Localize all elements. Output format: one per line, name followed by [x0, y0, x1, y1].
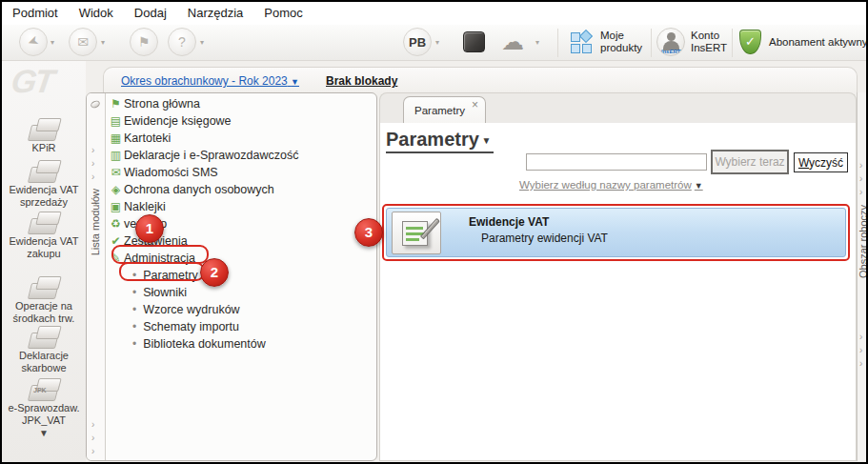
chevron-icon: › [859, 333, 862, 342]
pin-icon[interactable] [90, 99, 101, 110]
tab-parametry[interactable]: Parametry [403, 96, 486, 124]
cloud-dropdown-icon[interactable]: ▾ [535, 38, 539, 47]
deklaracje-skarbowe-icon [26, 324, 62, 349]
menu-widok[interactable]: Widok [69, 2, 124, 24]
module-operacje-srodki-trwale[interactable]: Operacje na środkach trw. [2, 274, 86, 325]
abonament-shield-icon[interactable]: ✓ [739, 30, 761, 54]
chevron-icon: › [859, 188, 862, 197]
search-input[interactable] [526, 153, 707, 171]
menu-podmiot[interactable]: Podmiot [2, 2, 69, 24]
card-index-icon: ▦ [108, 130, 124, 147]
vat-zakupu-icon [26, 210, 62, 234]
tree-item-wiadomosci-sms[interactable]: ✉Wiadomości SMS [108, 164, 218, 181]
result-title: Ewidencje VAT [469, 215, 549, 229]
obszar-roboczy-label: Obszar roboczy [858, 205, 868, 278]
wybierz-teraz-button[interactable]: Wybierz teraz [711, 150, 789, 174]
sidebar-scroll-down-icon[interactable]: ▼ [2, 428, 86, 438]
tree-item-biblioteka-dokumentow[interactable]: Biblioteka dokumentów [132, 335, 266, 353]
konto-insert-label[interactable]: Konto InsERT [691, 30, 735, 54]
tree-item-slowniki[interactable]: Słowniki [132, 284, 187, 301]
title-dropdown-icon: ▼ [479, 135, 492, 146]
pointer-arrow-icon[interactable]: ➤ [19, 28, 48, 56]
tree-item-zestawienia[interactable]: ✔Zestawienia [108, 232, 188, 250]
abonament-label: Abonament aktywny [769, 36, 868, 49]
srodki-trwale-icon [26, 274, 62, 299]
reports-icon: ✔ [108, 232, 124, 250]
module-deklaracje-skarbowe[interactable]: Deklaracje skarbowe [2, 324, 86, 374]
tree-item-naklejki[interactable]: ▣Naklejki [108, 198, 166, 215]
menu-bar: PodmiotWidokDodajNarzędziaPomoc [2, 2, 866, 25]
declarations-icon: ▥ [108, 147, 124, 164]
konto-insert-avatar[interactable]: InsERT [656, 28, 685, 56]
tab-close-icon[interactable] [472, 98, 478, 111]
chevron-icon: › [91, 420, 94, 430]
toolbar-separator [557, 29, 558, 57]
insert-avatar-caption: InsERT [657, 49, 684, 54]
page-title[interactable]: Parametry ▼ [386, 129, 494, 153]
pointer-arrow-dropdown-icon[interactable]: ▾ [50, 38, 54, 47]
module-ewidencja-vat-sprzedazy[interactable]: Ewidencja VAT sprzedaży [2, 158, 86, 209]
chevron-icon: › [859, 346, 862, 355]
help-bubble-icon[interactable]: ? [168, 28, 196, 56]
admin-pencil-icon: ✎ [108, 250, 124, 267]
envelope-dropdown-icon[interactable]: ▾ [101, 38, 105, 47]
toolbar-separator [732, 29, 733, 57]
help-dropdown-icon[interactable]: ▾ [200, 38, 204, 47]
menu-dodaj[interactable]: Dodaj [124, 2, 177, 24]
sms-icon: ✉ [108, 164, 124, 181]
gt-logo: GT [9, 63, 55, 100]
tab-strip: Parametry [379, 92, 857, 123]
chevron-icon: › [91, 172, 94, 182]
user-badge[interactable]: PB [403, 28, 432, 56]
result-subtitle: Parametry ewidencji VAT [481, 232, 608, 245]
tree-item-wzorce-wydrukow[interactable]: Wzorce wydruków [132, 301, 240, 318]
tree-item-parametry[interactable]: Parametry [132, 267, 198, 284]
labels-icon: ▣ [108, 198, 124, 215]
ewidencje-vat-note-icon [392, 212, 441, 254]
okres-obrachunkowy-link[interactable]: Okres obrachunkowy - Rok 2023 ▼ [121, 74, 299, 88]
tree-item-schematy-importu[interactable]: Schematy importu [132, 318, 239, 335]
data-shield-icon: ◈ [108, 181, 124, 198]
filter-by-name-link[interactable]: Wybierz według nazwy parametrów▼ [519, 179, 703, 191]
envelope-icon[interactable]: ✉ [69, 28, 97, 56]
lista-modulow-strip[interactable]: › › › Lista modułów › › › [87, 93, 106, 460]
moje-produkty-label[interactable]: Moje produkty [600, 30, 650, 54]
tree-item-ewidencje-ksiegowe[interactable]: ▤Ewidencje księgowe [108, 112, 232, 130]
tree-item-kartoteki[interactable]: ▦Kartoteki [108, 130, 171, 147]
result-ewidencje-vat[interactable]: Ewidencje VAT Parametry ewidencji VAT [386, 208, 846, 257]
obszar-roboczy-strip[interactable]: › › › Obszar roboczy › › › [857, 92, 868, 461]
cloud-icon[interactable]: ☁ [501, 29, 524, 55]
brak-blokady-link[interactable]: Brak blokady [326, 74, 397, 88]
module-esprawozdawczosc-jpk[interactable]: JPK e-Sprawozdaw. JPK_VAT [2, 376, 86, 427]
flag-tool-icon[interactable]: ⚑ [130, 28, 158, 56]
jpk-icon: JPK [26, 376, 62, 401]
context-bar: Okres obrachunkowy - Rok 2023 ▼ Brak blo… [103, 67, 858, 93]
module-kpir[interactable]: KPiR [2, 116, 86, 154]
toolbar: ➤ ▾ ✉ ▾ ⚑ ? ▾ PB ▾ ☁ ▾ Moje produkty Ins… [2, 25, 866, 61]
menu-narzedzia[interactable]: Narzędzia [177, 2, 254, 24]
chevron-icon: › [859, 359, 862, 369]
tree-item-deklaracje[interactable]: ▥Deklaracje i e-Sprawozdawczość [108, 147, 298, 164]
moje-produkty-icon[interactable] [571, 31, 594, 54]
tree-item-strona-glowna[interactable]: ⚑Strona główna [108, 95, 200, 112]
chevron-icon: › [859, 174, 862, 184]
module-sidebar: GT KPiR Ewidencja VAT sprzedaży Ewidencj… [2, 61, 86, 462]
ledger-icon: ▤ [108, 112, 124, 130]
vat-sprzedazy-icon [26, 158, 62, 183]
tree-item-ochrona-danych[interactable]: ◈Ochrona danych osobowych [108, 181, 274, 198]
tree-item-vendero[interactable]: ♻vendero [108, 215, 167, 232]
chevron-icon: › [859, 161, 862, 171]
chevron-icon: › [91, 447, 94, 456]
menu-pomoc[interactable]: Pomoc [253, 2, 313, 24]
tree-item-administracja[interactable]: ✎Administracja [108, 250, 195, 267]
chevron-icon: › [91, 434, 94, 443]
home-flag-icon: ⚑ [108, 95, 124, 112]
wyczysc-button[interactable]: Wyczyść [794, 152, 848, 172]
okres-dropdown-icon: ▼ [291, 77, 299, 87]
user-dropdown-icon[interactable]: ▾ [435, 38, 439, 47]
module-ewidencja-vat-zakupu[interactable]: Ewidencja VAT zakupu [2, 210, 86, 260]
chevron-icon: › [91, 146, 94, 155]
cube-icon[interactable] [463, 31, 485, 52]
lista-modulow-label: Lista modułów [90, 189, 101, 255]
kpir-icon [26, 116, 62, 141]
